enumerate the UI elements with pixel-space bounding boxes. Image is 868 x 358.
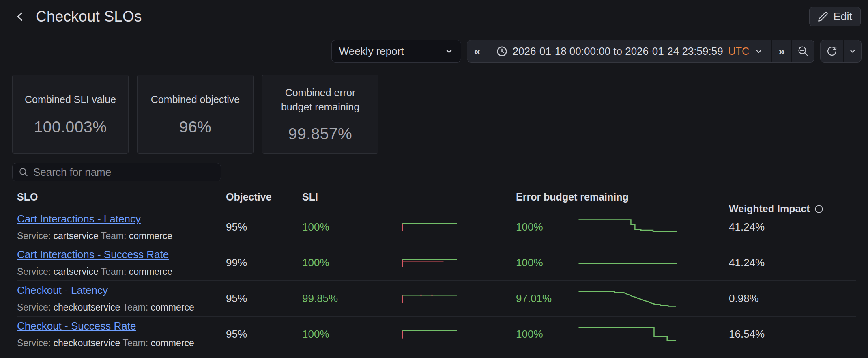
service-label: Service: [17, 338, 51, 348]
slo-link[interactable]: Checkout - Latency [17, 284, 108, 297]
edit-button-label: Edit [833, 11, 852, 23]
service-label: Service: [17, 266, 51, 277]
back-button[interactable] [11, 8, 29, 26]
refresh-button[interactable] [821, 40, 843, 62]
info-icon[interactable] [814, 204, 824, 214]
page-title: Checkout SLOs [36, 8, 142, 25]
stat-panel-combined-sli: Combined SLI value 100.003% [12, 75, 129, 154]
slo-link[interactable]: Cart Interactions - Success Rate [17, 248, 169, 261]
refresh-icon [826, 45, 838, 57]
weighted-impact-value: 41.24% [729, 221, 856, 233]
column-header-weighted-impact: Weighted Impact [729, 203, 856, 215]
column-header-objective: Objective [226, 191, 302, 203]
slo-cell: Checkout - Success Rate Service: checkou… [17, 320, 226, 349]
timezone-label: UTC [728, 45, 749, 57]
error-budget-value: 97.01% [516, 292, 578, 305]
slo-cell: Checkout - Latency Service: checkoutserv… [17, 284, 226, 313]
search-box [12, 163, 221, 181]
slo-link[interactable]: Cart Interactions - Latency [17, 213, 141, 225]
objective-value: 95% [226, 292, 302, 305]
error-budget-sparkline [578, 254, 678, 272]
error-budget-sparkline [578, 290, 678, 308]
time-shift-back-button[interactable]: « [467, 40, 488, 62]
team-value: commerce [150, 338, 194, 348]
weighted-impact-value: 41.24% [729, 257, 856, 269]
team-value: commerce [129, 231, 172, 241]
stat-value: 96% [179, 118, 212, 136]
sli-value: 99.85% [302, 292, 402, 305]
table-row: Cart Interactions - Success Rate Service… [17, 245, 856, 280]
zoom-out-time-button[interactable] [791, 40, 814, 62]
chevron-down-icon [445, 47, 453, 56]
service-value: cartservice [53, 266, 98, 277]
edit-button[interactable]: Edit [809, 7, 861, 26]
slo-cell: Cart Interactions - Latency Service: car… [17, 213, 226, 242]
time-range-button[interactable]: 2026-01-18 00:00:00 to 2026-01-24 23:59:… [488, 40, 771, 62]
page-header: Checkout SLOs Edit [0, 0, 868, 27]
slo-meta: Service: checkoutservice Team: commerce [17, 338, 226, 349]
magnifier-minus-icon [797, 45, 809, 57]
slo-link[interactable]: Checkout - Success Rate [17, 320, 136, 332]
stat-panel-combined-error-budget: Combined error budget remaining 99.857% [262, 75, 378, 154]
sli-value: 100% [302, 257, 402, 269]
table-row: Checkout - Latency Service: checkoutserv… [17, 280, 856, 316]
objective-value: 99% [226, 257, 302, 269]
clock-icon [496, 46, 507, 57]
slo-meta: Service: cartservice Team: commerce [17, 231, 226, 242]
service-label: Service: [17, 231, 51, 241]
report-variable-select[interactable]: Weekly report [331, 40, 461, 63]
service-label: Service: [17, 302, 51, 313]
sli-sparkline [402, 254, 458, 272]
column-header-error-budget: Error budget remaining [516, 191, 856, 203]
error-budget-value: 100% [516, 328, 578, 341]
slo-meta: Service: checkoutservice Team: commerce [17, 302, 226, 313]
error-budget-sparkline [578, 218, 678, 236]
error-budget-sparkline [578, 326, 678, 343]
time-picker-group: « 2026-01-18 00:00:00 to 2026-01-24 23:5… [467, 40, 814, 63]
pencil-icon [818, 11, 828, 22]
chevron-down-icon [849, 47, 857, 55]
time-range-text: 2026-01-18 00:00:00 to 2026-01-24 23:59:… [513, 45, 723, 58]
refresh-interval-button[interactable] [843, 40, 861, 62]
stats-row: Combined SLI value 100.003% Combined obj… [12, 75, 868, 154]
error-budget-value: 100% [516, 257, 578, 269]
chevron-left-icon [14, 11, 26, 23]
team-label: Team: [122, 338, 148, 348]
column-header-slo: SLO [17, 191, 226, 203]
toolbar: Weekly report « 2026-01-18 00:00:00 to 2… [0, 40, 868, 63]
service-value: cartservice [53, 231, 98, 241]
team-label: Team: [101, 266, 127, 277]
column-header-sli: SLI [302, 191, 402, 203]
time-shift-forward-button[interactable]: » [771, 40, 791, 62]
report-variable-value: Weekly report [339, 45, 404, 58]
service-value: checkoutservice [53, 302, 120, 313]
stat-panel-combined-objective: Combined objective 96% [137, 75, 254, 154]
sli-value: 100% [302, 328, 402, 341]
slo-cell: Cart Interactions - Success Rate Service… [17, 248, 226, 277]
column-header-error-budget-label: Error budget remaining [516, 191, 629, 203]
sli-value: 100% [302, 221, 402, 233]
sli-sparkline [402, 290, 458, 308]
objective-value: 95% [226, 328, 302, 341]
stat-label: Combined error budget remaining [273, 86, 367, 114]
refresh-group [820, 40, 862, 63]
team-value: commerce [129, 266, 172, 277]
weighted-impact-value: 0.98% [729, 292, 856, 305]
chevron-down-icon [754, 47, 763, 56]
slo-table: SLO Objective SLI Error budget remaining… [17, 191, 856, 352]
stat-label: Combined objective [151, 93, 240, 107]
table-header: SLO Objective SLI Error budget remaining… [17, 191, 856, 209]
team-value: commerce [150, 302, 194, 313]
sli-sparkline [402, 326, 458, 343]
service-value: checkoutservice [53, 338, 120, 348]
error-budget-value: 100% [516, 221, 578, 233]
stat-value: 99.857% [288, 125, 352, 143]
slo-meta: Service: cartservice Team: commerce [17, 266, 226, 277]
sli-sparkline [402, 218, 458, 236]
table-row: Checkout - Success Rate Service: checkou… [17, 316, 856, 352]
column-header-weighted-impact-label: Weighted Impact [729, 203, 810, 215]
weighted-impact-value: 16.54% [729, 328, 856, 341]
team-label: Team: [122, 302, 148, 313]
search-icon [18, 167, 29, 177]
search-input[interactable] [33, 166, 215, 179]
